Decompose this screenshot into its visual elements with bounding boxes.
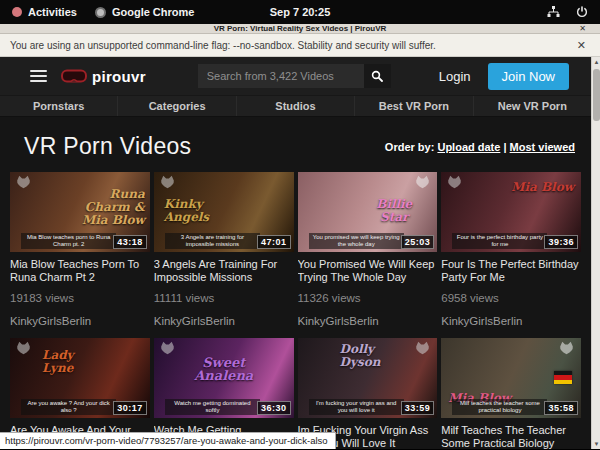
nav-item-studios[interactable]: Studios: [236, 96, 354, 116]
video-title[interactable]: Milf Teaches The Teacher Some Practical …: [441, 424, 581, 449]
power-icon[interactable]: [576, 6, 588, 18]
studio-logo-icon: [159, 341, 176, 355]
order-by-label: Order by:: [385, 141, 435, 153]
studio-logo-icon: [15, 175, 32, 189]
thumb-caption: Mia Blow teaches porn to Runa Charm pt. …: [21, 233, 116, 249]
video-title[interactable]: You Promised We Will Keep Trying The Who…: [298, 258, 438, 284]
page-viewport: pirouvr Login Join Now Pornstars: [0, 57, 600, 449]
site-nav: Pornstars Categories Studios Best VR Por…: [0, 95, 591, 117]
studio-logo-icon: [414, 341, 431, 355]
studio-logo-icon: [558, 341, 575, 355]
duration-badge: 39:36: [544, 235, 578, 249]
site-header: pirouvr Login Join Now: [0, 57, 591, 95]
screen: Activities Google Chrome Sep 7 20:25 VR …: [0, 0, 600, 450]
scrollbar-down-icon[interactable]: ▼: [592, 439, 600, 449]
thumb-overlay-title: Mia Blow: [448, 392, 518, 405]
thumb-caption: I'm fucking your virgin ass and you will…: [309, 399, 404, 415]
activities-label: Activities: [28, 6, 77, 18]
vr-goggles-icon: [61, 68, 87, 84]
search-bar: [198, 64, 391, 88]
menu-hamburger-icon[interactable]: [30, 70, 47, 82]
duration-badge: 33:59: [401, 401, 435, 415]
video-thumbnail[interactable]: Runa Charm & Mia Blow Mia Blow teaches p…: [10, 172, 150, 252]
site-logo[interactable]: pirouvr: [61, 68, 146, 85]
video-card: Mia Blow Four is the perfect birthday pa…: [441, 172, 581, 327]
search-input[interactable]: [198, 64, 364, 88]
duration-badge: 36:30: [257, 401, 291, 415]
chrome-label: Google Chrome: [112, 6, 195, 18]
page-title: VR Porn Videos: [24, 133, 191, 160]
video-views: 11111 views: [154, 292, 294, 304]
video-grid: Runa Charm & Mia Blow Mia Blow teaches p…: [0, 172, 591, 449]
order-most-viewed-link[interactable]: Most viewed: [510, 141, 575, 153]
thumb-overlay-title: Lady Lyne: [42, 349, 100, 375]
site-content: pirouvr Login Join Now Pornstars: [0, 57, 591, 449]
duration-badge: 35:58: [544, 401, 578, 415]
thumb-overlay-title: Runa Charm & Mia Blow: [73, 188, 145, 227]
thumb-caption: You promised we will keep trying the who…: [309, 233, 404, 249]
tab-close-icon[interactable]: ✕: [579, 24, 586, 34]
sandbox-warning-bar: You are using an unsupported command-lin…: [0, 34, 600, 57]
studio-logo-icon: [414, 175, 431, 189]
video-title[interactable]: Four Is The Perfect Birthday Party For M…: [441, 258, 581, 284]
studio-logo-icon: [15, 341, 32, 355]
video-studio-link[interactable]: KinkyGirlsBerlin: [154, 315, 294, 327]
order-upload-date-link[interactable]: Upload date: [437, 141, 500, 153]
order-separator: |: [503, 141, 506, 153]
activities-button[interactable]: Activities: [12, 6, 77, 18]
os-taskbar: Activities Google Chrome Sep 7 20:25: [0, 0, 600, 24]
thumb-caption: Watch me getting dominated softly: [165, 399, 260, 415]
scrollbar-thumb[interactable]: [593, 69, 600, 121]
chrome-taskbar-item[interactable]: Google Chrome: [95, 6, 195, 18]
login-link[interactable]: Login: [439, 69, 471, 84]
scrollbar[interactable]: ▲ ▼: [591, 57, 600, 449]
warning-text: You are using an unsupported command-lin…: [10, 40, 436, 51]
thumb-overlay-title: Sweet Analena: [182, 356, 266, 382]
clock[interactable]: Sep 7 20:25: [270, 6, 331, 18]
join-now-button[interactable]: Join Now: [488, 63, 569, 90]
video-thumbnail[interactable]: Billie Star You promised we will keep tr…: [298, 172, 438, 252]
thumb-overlay-title: Billie Star: [363, 198, 425, 224]
site-logo-text: pirouvr: [92, 68, 146, 85]
nav-item-new-vr-porn[interactable]: New VR Porn: [473, 96, 591, 116]
video-title[interactable]: Mia Blow Teaches Porn To Runa Charm Pt 2: [10, 258, 150, 284]
video-card: Mia Blow Milf teaches the teacher some p…: [441, 338, 581, 449]
video-studio-link[interactable]: KinkyGirlsBerlin: [298, 315, 438, 327]
network-tree-icon[interactable]: [547, 6, 560, 18]
order-by: Order by: Upload date | Most viewed: [385, 141, 575, 153]
studio-logo-icon: [446, 175, 463, 189]
duration-badge: 43:18: [113, 235, 147, 249]
studio-logo-icon: [159, 175, 176, 189]
video-thumbnail[interactable]: Dolly Dyson I'm fucking your virgin ass …: [298, 338, 438, 418]
video-thumbnail[interactable]: Mia Blow Milf teaches the teacher some p…: [441, 338, 581, 418]
video-studio-link[interactable]: KinkyGirlsBerlin: [441, 315, 581, 327]
thumb-overlay-title: Kinky Angels: [164, 198, 230, 224]
activities-icon: [12, 7, 22, 17]
link-status-bar: https://pirouvr.com/vr-porn-video/779325…: [0, 432, 336, 449]
video-views: 6958 views: [441, 292, 581, 304]
duration-badge: 47:01: [257, 235, 291, 249]
nav-item-pornstars[interactable]: Pornstars: [0, 96, 117, 116]
browser-tab-title[interactable]: VR Porn: Virtual Reality Sex Videos | Pi…: [0, 24, 600, 34]
search-button[interactable]: [364, 64, 391, 88]
duration-badge: 30:17: [113, 401, 147, 415]
thumb-caption: 3 Angels are training for impossible mis…: [165, 233, 260, 249]
german-flag-icon: [554, 371, 572, 384]
nav-item-best-vr-porn[interactable]: Best VR Porn: [354, 96, 472, 116]
warning-close-icon[interactable]: ✕: [577, 39, 586, 52]
video-card: Runa Charm & Mia Blow Mia Blow teaches p…: [10, 172, 150, 327]
nav-item-categories[interactable]: Categories: [117, 96, 235, 116]
video-thumbnail[interactable]: Kinky Angels 3 Angels are training for i…: [154, 172, 294, 252]
video-thumbnail[interactable]: Lady Lyne Are you awake ? And your dick …: [10, 338, 150, 418]
video-thumbnail[interactable]: Mia Blow Four is the perfect birthday pa…: [441, 172, 581, 252]
browser-tab-bar: VR Porn: Virtual Reality Sex Videos | Pi…: [0, 24, 600, 34]
duration-badge: 25:03: [401, 235, 435, 249]
video-thumbnail[interactable]: Sweet Analena Watch me getting dominated…: [154, 338, 294, 418]
scrollbar-up-icon[interactable]: ▲: [592, 57, 600, 67]
thumb-overlay-title: Mia Blow: [508, 181, 574, 194]
video-card: Kinky Angels 3 Angels are training for i…: [154, 172, 294, 327]
video-studio-link[interactable]: KinkyGirlsBerlin: [10, 315, 150, 327]
thumb-caption: Are you awake ? And your dick also ?: [21, 399, 116, 415]
chrome-icon: [95, 7, 106, 18]
video-title[interactable]: 3 Angels Are Training For Impossible Mis…: [154, 258, 294, 284]
